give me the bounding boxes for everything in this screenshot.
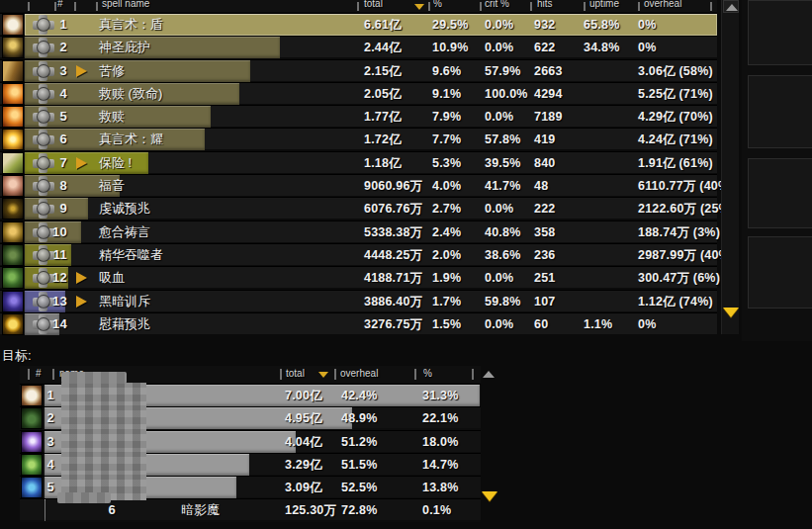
spell-name: 保险 !: [99, 152, 132, 174]
cell-overheal: 2987.99万 (40%): [638, 244, 734, 266]
cell-hits: 622: [534, 37, 555, 58]
row-rank: 10: [38, 221, 67, 243]
cell-crit: 0.0%: [485, 267, 513, 289]
col-header-rank[interactable]: #: [57, 0, 63, 11]
cell-crit: 57.9%: [485, 60, 520, 82]
cell-overheal: 52.5%: [341, 477, 377, 498]
spell-row[interactable]: 5 救赎 1.77亿 7.9% 0.0% 7189 4.29亿 (70%): [0, 105, 717, 127]
expand-arrow-icon[interactable]: [76, 157, 87, 169]
cell-percent: 18.0%: [422, 431, 458, 453]
col-header-rank[interactable]: #: [36, 367, 42, 381]
cell-percent: 31.3%: [422, 385, 458, 406]
column-separator: [357, 2, 359, 11]
spell-row[interactable]: 3 苦修 2.15亿 9.6% 57.9% 2663 3.06亿 (58%): [0, 59, 717, 81]
spell-row[interactable]: 1 真言术：盾 6.61亿 29.5% 0.0% 932 65.8% 0%: [0, 13, 717, 35]
col-header-overheal[interactable]: overheal: [644, 0, 681, 11]
spell-row[interactable]: 12 吸血 4188.71万 1.9% 0.0% 251 300.47万 (6%…: [0, 266, 717, 288]
spell-icon: [2, 152, 24, 174]
cell-crit: 57.8%: [485, 129, 520, 150]
column-separator: [638, 2, 640, 11]
scroll-up-icon: [726, 4, 738, 11]
cell-overheal: 4.24亿 (71%): [638, 129, 713, 150]
spell-scrollbar[interactable]: [721, 0, 739, 334]
spell-row[interactable]: 13 黑暗训斥 3886.40万 1.7% 59.8% 107 1.12亿 (7…: [0, 290, 717, 311]
target-row[interactable]: 4 3.29亿 51.5% 14.7%: [20, 453, 481, 475]
spell-name: 吸血: [99, 267, 125, 289]
value-bar: [45, 499, 45, 521]
censored-name: [61, 429, 146, 455]
cell-total: 4.95亿: [285, 407, 322, 429]
col-header-hits[interactable]: hits: [537, 0, 553, 11]
scroll-up-button[interactable]: [723, 0, 739, 13]
row-rank: 5: [44, 477, 57, 498]
spell-name: 救赎: [99, 106, 125, 128]
expand-arrow-icon[interactable]: [76, 296, 87, 308]
cell-percent: 2.7%: [432, 198, 461, 220]
cell-total: 3276.75万: [364, 313, 422, 335]
target-row[interactable]: 1 7.00亿 42.4% 31.3%: [20, 384, 481, 405]
col-header-overheal[interactable]: overheal: [340, 367, 378, 381]
cell-crit: 38.6%: [485, 244, 520, 266]
row-rank: 6: [38, 129, 67, 150]
cell-crit: 100.0%: [485, 83, 528, 105]
row-rank: 9: [38, 198, 67, 220]
cell-total: 4.04亿: [285, 431, 322, 453]
spell-row[interactable]: 7 保险 ! 1.18亿 5.3% 39.5% 840 1.91亿 (61%): [0, 151, 717, 173]
cell-hits: 222: [534, 198, 555, 220]
expand-arrow-icon[interactable]: [76, 272, 87, 284]
cell-hits: 419: [534, 129, 555, 150]
scroll-down-icon: [482, 491, 497, 518]
target-scroll-down-button[interactable]: [482, 501, 497, 519]
cell-overheal: 0%: [638, 313, 656, 335]
spell-row[interactable]: 11 精华吞噬者 4448.25万 2.0% 38.6% 236 2987.99…: [0, 243, 717, 265]
spell-row[interactable]: 14 慰藉预兆 3276.75万 1.5% 0.0% 60 1.1% 0%: [0, 312, 717, 334]
sort-desc-icon: [414, 4, 424, 10]
col-header-uptime[interactable]: uptime: [589, 0, 619, 11]
cell-percent: 13.8%: [422, 477, 458, 498]
spell-icon: [2, 37, 24, 58]
col-header-total[interactable]: total: [364, 0, 383, 11]
spell-row[interactable]: 8 福音 9060.96万 4.0% 41.7% 48 6110.77万 (40…: [0, 174, 717, 196]
col-header-crit[interactable]: crit %: [485, 0, 509, 11]
censor-blob: [57, 492, 111, 503]
spell-name: 精华吞噬者: [99, 244, 163, 266]
column-separator: [472, 369, 474, 380]
col-header-percent[interactable]: %: [423, 367, 432, 381]
cell-hits: 236: [534, 244, 555, 266]
cell-total: 3886.40万: [364, 291, 422, 312]
scroll-down-button[interactable]: [723, 317, 739, 331]
column-separator: [74, 2, 76, 11]
spell-row[interactable]: 2 神圣庇护 2.44亿 10.9% 0.0% 622 34.8% 0%: [0, 36, 717, 57]
cell-overheal: 188.74万 (3%): [638, 221, 720, 243]
column-separator: [52, 369, 54, 380]
spell-row[interactable]: 9 虔诚预兆 6076.76万 2.7% 0.0% 222 2122.60万 (…: [0, 197, 717, 219]
expand-arrow-icon[interactable]: [76, 65, 87, 77]
cell-total: 4448.25万: [364, 244, 422, 266]
cell-overheal: 3.06亿 (58%): [638, 60, 713, 82]
spell-row[interactable]: 10 愈合祷言 5338.38万 2.4% 40.8% 358 188.74万 …: [0, 220, 717, 242]
scroll-up-icon: [483, 371, 495, 378]
cell-total: 7.00亿: [285, 385, 322, 406]
cell-percent: 2.4%: [432, 221, 461, 243]
col-header-spell[interactable]: spell name: [102, 0, 149, 11]
column-separator: [480, 2, 482, 11]
spell-row[interactable]: 6 真言术：耀 1.72亿 7.7% 57.8% 419 4.24亿 (71%): [0, 128, 717, 149]
col-header-percent[interactable]: %: [433, 0, 442, 11]
cell-percent: 9.1%: [432, 83, 461, 105]
target-row[interactable]: 2 4.95亿 48.9% 22.1%: [20, 406, 481, 428]
cell-crit: 40.8%: [485, 221, 520, 243]
censored-name: [61, 405, 146, 431]
cell-percent: 7.7%: [432, 129, 461, 150]
spell-icon: [2, 244, 24, 266]
spell-name: 福音: [99, 175, 125, 197]
spell-row[interactable]: 4 救赎 (致命) 2.05亿 9.1% 100.0% 4294 5.25亿 (…: [0, 82, 717, 104]
spell-icon: [2, 175, 24, 197]
cell-hits: 4294: [534, 83, 563, 105]
cell-total: 2.05亿: [364, 83, 402, 105]
target-row[interactable]: 3 4.04亿 51.2% 18.0%: [20, 430, 481, 452]
cell-percent: 4.0%: [432, 175, 461, 197]
cell-percent: 2.0%: [432, 244, 461, 266]
column-separator: [28, 369, 30, 380]
col-header-total[interactable]: total: [286, 367, 305, 381]
cell-percent: 1.9%: [432, 267, 461, 289]
